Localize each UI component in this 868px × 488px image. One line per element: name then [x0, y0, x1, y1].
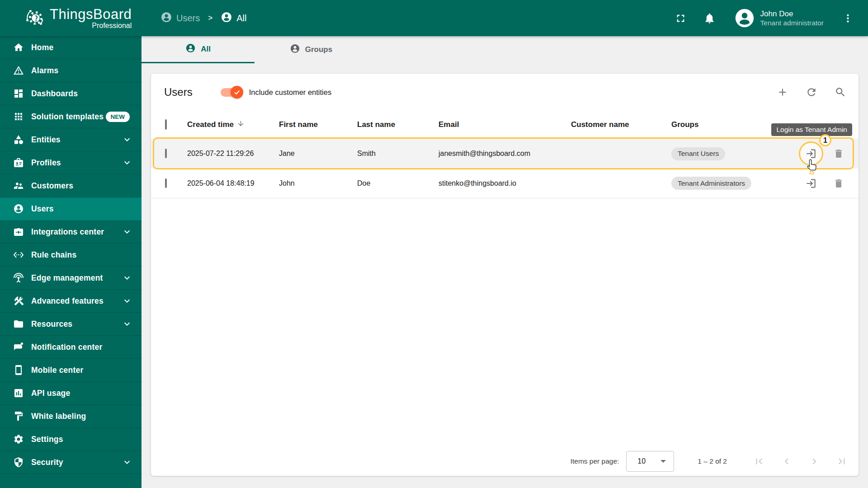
column-last-name[interactable]: Last name [357, 120, 439, 129]
breadcrumb-separator: > [208, 14, 212, 23]
select-all-checkbox[interactable] [165, 119, 167, 130]
paginator: Items per page: 10 1 – 2 of 2 [151, 447, 859, 476]
login-as-user-button[interactable] [805, 148, 817, 160]
chevron-down-icon [122, 226, 132, 237]
sidebar-item-users[interactable]: Users [0, 197, 142, 221]
first-page-button[interactable] [753, 455, 765, 467]
row-checkbox[interactable] [165, 149, 167, 158]
user-circle-icon [290, 43, 300, 56]
sidebar-item-notification-center[interactable]: Notification center [0, 336, 142, 359]
step-badge: 1 [819, 134, 831, 146]
sidebar-nav: Home Alarms Dashboards Solution template… [0, 36, 142, 488]
badge-icon [13, 157, 24, 169]
last-page-button[interactable] [836, 455, 848, 467]
column-email[interactable]: Email [439, 120, 571, 129]
main-content: All Groups Users Include customer entiti… [142, 36, 868, 488]
column-created-time[interactable]: Created time [187, 120, 279, 130]
include-customer-entities-toggle[interactable] [221, 88, 241, 97]
notifications-bell-button[interactable] [703, 11, 717, 25]
logo-title: ThingsBoard [50, 6, 132, 23]
previous-page-button[interactable] [781, 455, 793, 467]
users-table-card: Users Include customer entities [151, 74, 859, 476]
user-info[interactable]: John Doe Tenant administrator [760, 9, 824, 28]
login-as-user-button[interactable] [805, 178, 817, 189]
paint-roller-icon [13, 410, 24, 422]
column-first-name[interactable]: First name [279, 120, 357, 129]
category-shapes-icon [13, 134, 24, 145]
home-icon [13, 42, 24, 53]
message-dot-icon [13, 341, 24, 353]
cell-last-name: Doe [357, 179, 439, 188]
integration-box-icon [13, 226, 24, 238]
next-page-button[interactable] [808, 455, 820, 467]
folder-icon [13, 318, 24, 330]
breadcrumb: Users > All [160, 11, 246, 25]
user-circle-icon [221, 11, 232, 25]
user-role: Tenant administrator [760, 19, 824, 27]
new-badge: NEW [106, 112, 130, 122]
apps-grid-icon [13, 111, 24, 122]
sidebar-item-rule-chains[interactable]: Rule chains [0, 244, 142, 267]
column-customer-name[interactable]: Customer name [571, 120, 671, 129]
sidebar-item-profiles[interactable]: Profiles [0, 151, 142, 174]
page-range: 1 – 2 of 2 [698, 457, 727, 465]
sidebar-item-white-labeling[interactable]: White labeling [0, 405, 142, 428]
tab-bar: All Groups [142, 36, 868, 63]
card-header: Users Include customer entities [151, 74, 859, 111]
delete-user-button[interactable] [833, 178, 844, 189]
group-chip[interactable]: Tenant Administrators [671, 177, 751, 190]
sidebar-item-mobile-center[interactable]: Mobile center [0, 359, 142, 382]
tools-icon [13, 295, 24, 307]
group-chip[interactable]: Tenant Users [671, 147, 725, 160]
cell-first-name: Jane [279, 150, 357, 158]
row-checkbox[interactable] [165, 178, 167, 188]
sidebar-item-dashboards[interactable]: Dashboards [0, 82, 142, 105]
shield-icon [13, 456, 24, 468]
table-row[interactable]: 2025-06-04 18:48:19 John Doe stitenko@th… [151, 169, 859, 198]
sidebar-item-settings[interactable]: Settings [0, 428, 142, 451]
more-menu-button[interactable] [841, 11, 854, 25]
sidebar-item-entities[interactable]: Entities [0, 128, 142, 151]
sort-desc-arrow-icon [237, 120, 245, 130]
breadcrumb-all[interactable]: All [221, 11, 246, 25]
sidebar-item-solution-templates[interactable]: Solution templates NEW [0, 105, 142, 128]
cell-email: stitenko@thingsboard.io [439, 179, 571, 188]
refresh-button[interactable] [805, 86, 818, 99]
table-row[interactable]: 2025-07-22 11:29:26 Jane Smith janesmith… [151, 139, 859, 169]
top-header: ThingsBoard Professional Users > All [0, 0, 868, 36]
sidebar-item-integrations-center[interactable]: Integrations center [0, 221, 142, 244]
user-circle-icon [160, 11, 172, 25]
sidebar-item-advanced-features[interactable]: Advanced features [0, 290, 142, 313]
fullscreen-button[interactable] [674, 11, 688, 25]
sidebar-item-api-usage[interactable]: API usage [0, 382, 142, 405]
breadcrumb-users[interactable]: Users [160, 11, 200, 25]
sidebar-item-security[interactable]: Security [0, 451, 142, 474]
user-circle-icon [185, 43, 196, 56]
smartphone-icon [13, 364, 24, 376]
items-per-page-select[interactable]: 10 [626, 451, 674, 472]
toggle-label: Include customer entities [249, 88, 332, 97]
user-circle-icon [13, 203, 24, 215]
sidebar-item-home[interactable]: Home [0, 36, 142, 59]
sidebar-item-edge-management[interactable]: Edge management [0, 267, 142, 290]
chevron-down-icon [122, 319, 132, 329]
cell-created-time: 2025-06-04 18:48:19 [187, 179, 279, 188]
cursor-pointer-icon [805, 159, 819, 175]
delete-user-button[interactable] [833, 148, 844, 160]
tab-groups[interactable]: Groups [255, 36, 368, 63]
tab-all[interactable]: All [142, 36, 255, 63]
cell-last-name: Smith [357, 150, 439, 158]
antenna-icon [13, 272, 24, 284]
people-icon [13, 180, 24, 192]
user-name: John Doe [760, 9, 824, 19]
cell-email: janesmith@thingsboard.com [439, 150, 571, 158]
search-icon[interactable] [834, 86, 847, 99]
sidebar-item-resources[interactable]: Resources [0, 313, 142, 336]
sidebar-item-alarms[interactable]: Alarms [0, 59, 142, 82]
user-avatar[interactable] [735, 8, 755, 28]
gear-icon [13, 433, 24, 445]
add-user-button[interactable] [776, 86, 789, 99]
chevron-down-icon [122, 157, 132, 168]
cell-first-name: John [279, 179, 357, 188]
sidebar-item-customers[interactable]: Customers [0, 174, 142, 197]
